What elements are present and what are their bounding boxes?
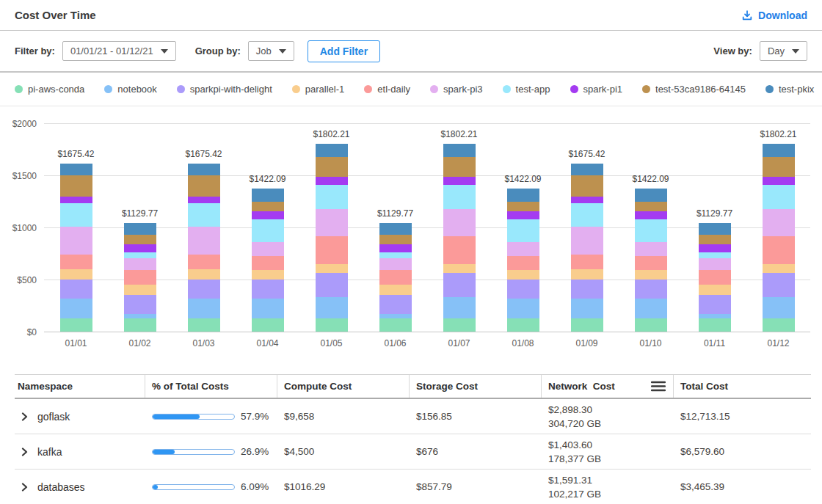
stacked-bar[interactable]: $1675.42	[571, 164, 603, 332]
stacked-bar[interactable]: $1802.21	[316, 144, 348, 332]
stacked-bar[interactable]: $1422.09	[635, 189, 667, 332]
legend-item[interactable]: test-app	[503, 84, 550, 95]
group-by-select[interactable]: Job	[248, 41, 294, 61]
legend-item[interactable]: notebook	[104, 84, 157, 95]
legend-item[interactable]: test-pkix	[765, 84, 814, 95]
bar-segment-test-app[interactable]	[316, 185, 348, 210]
legend-item[interactable]: parallel-1	[292, 84, 344, 95]
bar-segment-sparkpi-with-delight[interactable]	[124, 295, 156, 314]
bar-segment-etl-daily[interactable]	[507, 256, 539, 269]
bar-segment-test-pkix[interactable]	[571, 164, 603, 175]
bar-segment-test-53ca9186-64145[interactable]	[252, 202, 284, 211]
bar-segment-spark-pi1[interactable]	[60, 197, 92, 203]
bar-segment-pi-aws-conda[interactable]	[763, 318, 795, 332]
column-header-storage-cost[interactable]: Storage Cost	[409, 375, 541, 398]
bar-segment-test-pkix[interactable]	[635, 189, 667, 201]
bar-segment-notebook[interactable]	[635, 299, 667, 319]
bar-segment-parallel-1[interactable]	[252, 270, 284, 280]
bar-segment-test-53ca9186-64145[interactable]	[635, 202, 667, 211]
column-header-network-cost[interactable]: Network Cost	[541, 375, 673, 398]
bar-segment-spark-pi1[interactable]	[252, 211, 284, 220]
legend-item[interactable]: sparkpi-with-delight	[177, 84, 272, 95]
bar-segment-test-pkix[interactable]	[443, 144, 476, 157]
bar-segment-spark-pi3[interactable]	[635, 242, 667, 256]
bar-segment-spark-pi1[interactable]	[124, 244, 156, 253]
bar-segment-parallel-1[interactable]	[60, 269, 92, 280]
bar-segment-test-pkix[interactable]	[763, 144, 795, 157]
bar-segment-test-pkix[interactable]	[507, 189, 539, 201]
bar-segment-pi-aws-conda[interactable]	[635, 318, 667, 332]
bar-segment-sparkpi-with-delight[interactable]	[379, 295, 412, 314]
download-button[interactable]: Download	[741, 10, 807, 21]
bar-segment-spark-pi3[interactable]	[443, 209, 476, 236]
date-range-select[interactable]: 01/01/21 - 01/12/21	[62, 41, 176, 61]
stacked-bar[interactable]: $1422.09	[252, 189, 284, 332]
bar-segment-spark-pi3[interactable]	[60, 227, 92, 255]
bar-segment-test-pkix[interactable]	[252, 189, 284, 201]
bar-segment-etl-daily[interactable]	[443, 236, 476, 264]
stacked-bar[interactable]: $1675.42	[188, 164, 220, 332]
bar-segment-spark-pi3[interactable]	[188, 227, 220, 255]
bar-segment-etl-daily[interactable]	[379, 270, 412, 285]
stacked-bar[interactable]: $1802.21	[763, 144, 795, 332]
bar-segment-spark-pi1[interactable]	[571, 197, 603, 203]
bar-segment-notebook[interactable]	[507, 299, 539, 319]
bar-segment-sparkpi-with-delight[interactable]	[507, 280, 539, 299]
stacked-bar[interactable]: $1675.42	[60, 164, 92, 332]
menu-icon[interactable]	[651, 381, 666, 392]
expand-chevron-icon[interactable]	[21, 412, 29, 421]
bar-segment-test-app[interactable]	[763, 185, 795, 210]
bar-segment-test-pkix[interactable]	[124, 223, 156, 235]
bar-segment-etl-daily[interactable]	[571, 255, 603, 269]
bar-segment-pi-aws-conda[interactable]	[699, 318, 731, 332]
bar-segment-parallel-1[interactable]	[699, 285, 731, 295]
bar-segment-spark-pi3[interactable]	[124, 258, 156, 270]
bar-segment-test-app[interactable]	[699, 252, 731, 258]
bar-segment-notebook[interactable]	[252, 299, 284, 319]
bar-segment-spark-pi1[interactable]	[635, 211, 667, 220]
bar-segment-test-53ca9186-64145[interactable]	[188, 175, 220, 197]
bar-segment-test-app[interactable]	[60, 203, 92, 227]
bar-segment-etl-daily[interactable]	[699, 270, 731, 285]
bar-segment-etl-daily[interactable]	[635, 256, 667, 269]
bar-segment-pi-aws-conda[interactable]	[188, 318, 220, 332]
bar-segment-test-53ca9186-64145[interactable]	[571, 175, 603, 197]
bar-segment-pi-aws-conda[interactable]	[379, 318, 412, 332]
bar-segment-parallel-1[interactable]	[124, 285, 156, 295]
bar-segment-parallel-1[interactable]	[763, 264, 795, 273]
bar-segment-spark-pi1[interactable]	[316, 177, 348, 185]
stacked-bar[interactable]: $1129.77	[124, 223, 156, 332]
bar-segment-test-pkix[interactable]	[316, 144, 348, 157]
bar-segment-test-app[interactable]	[379, 252, 412, 258]
bar-segment-pi-aws-conda[interactable]	[124, 318, 156, 332]
bar-segment-etl-daily[interactable]	[763, 236, 795, 264]
bar-segment-spark-pi3[interactable]	[252, 242, 284, 256]
bar-segment-test-pkix[interactable]	[699, 223, 731, 235]
bar-segment-sparkpi-with-delight[interactable]	[188, 280, 220, 299]
bar-segment-notebook[interactable]	[443, 297, 476, 318]
bar-segment-spark-pi1[interactable]	[443, 177, 476, 185]
bar-segment-test-53ca9186-64145[interactable]	[60, 175, 92, 197]
column-header-pct-total-costs[interactable]: % of Total Costs	[145, 375, 277, 398]
bar-segment-parallel-1[interactable]	[507, 270, 539, 280]
bar-segment-spark-pi3[interactable]	[571, 227, 603, 255]
bar-segment-test-53ca9186-64145[interactable]	[763, 157, 795, 177]
bar-segment-pi-aws-conda[interactable]	[571, 318, 603, 332]
bar-segment-spark-pi3[interactable]	[379, 258, 412, 270]
stacked-bar[interactable]: $1802.21	[443, 144, 476, 332]
bar-segment-spark-pi3[interactable]	[507, 242, 539, 256]
bar-segment-test-53ca9186-64145[interactable]	[443, 157, 476, 177]
bar-segment-pi-aws-conda[interactable]	[252, 318, 284, 332]
legend-item[interactable]: etl-daily	[364, 84, 410, 95]
legend-item[interactable]: pi-aws-conda	[15, 84, 84, 95]
bar-segment-test-app[interactable]	[443, 185, 476, 210]
bar-segment-notebook[interactable]	[188, 299, 220, 319]
bar-segment-spark-pi1[interactable]	[379, 244, 412, 253]
bar-segment-test-pkix[interactable]	[188, 164, 220, 175]
bar-segment-test-53ca9186-64145[interactable]	[699, 235, 731, 244]
bar-segment-test-53ca9186-64145[interactable]	[507, 202, 539, 211]
bar-segment-sparkpi-with-delight[interactable]	[252, 280, 284, 299]
bar-segment-parallel-1[interactable]	[635, 270, 667, 280]
column-header-compute-cost[interactable]: Compute Cost	[277, 375, 409, 398]
bar-segment-test-53ca9186-64145[interactable]	[124, 235, 156, 244]
